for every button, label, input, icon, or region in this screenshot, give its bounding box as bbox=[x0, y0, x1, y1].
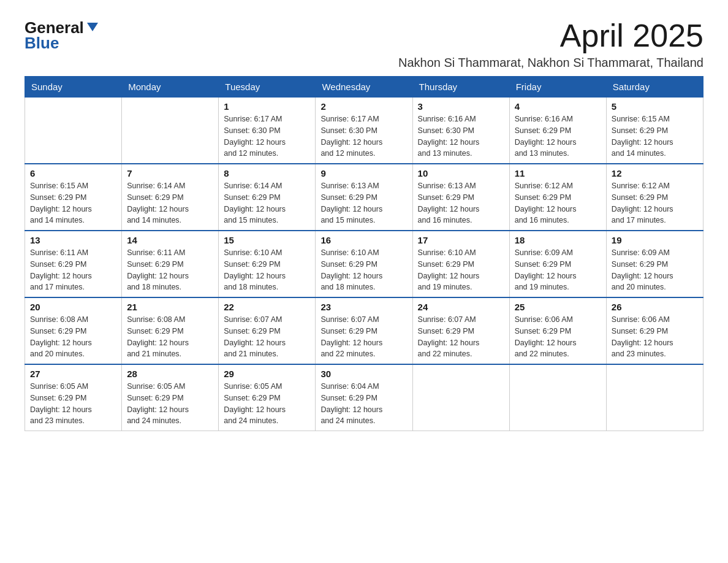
day-info: Sunrise: 6:05 AMSunset: 6:29 PMDaylight:… bbox=[127, 381, 213, 427]
day-info: Sunrise: 6:08 AMSunset: 6:29 PMDaylight:… bbox=[127, 314, 213, 360]
day-info: Sunrise: 6:10 AMSunset: 6:29 PMDaylight:… bbox=[224, 247, 310, 293]
day-number: 3 bbox=[418, 101, 504, 112]
day-number: 29 bbox=[224, 369, 310, 379]
calendar-cell bbox=[509, 364, 606, 431]
calendar-cell bbox=[122, 98, 219, 164]
day-info: Sunrise: 6:11 AMSunset: 6:29 PMDaylight:… bbox=[127, 247, 213, 293]
day-number: 8 bbox=[224, 168, 310, 178]
title-area: April 2025 Nakhon Si Thammarat, Nakhon S… bbox=[398, 18, 703, 70]
calendar-cell bbox=[606, 364, 703, 431]
logo: General Blue bbox=[25, 18, 98, 53]
calendar-cell: 20Sunrise: 6:08 AMSunset: 6:29 PMDayligh… bbox=[25, 297, 122, 364]
day-number: 7 bbox=[127, 168, 213, 178]
calendar-cell bbox=[25, 98, 122, 164]
day-number: 5 bbox=[612, 101, 698, 112]
day-number: 11 bbox=[515, 168, 601, 178]
day-number: 16 bbox=[320, 235, 407, 245]
day-number: 19 bbox=[612, 235, 698, 245]
calendar-cell: 26Sunrise: 6:06 AMSunset: 6:29 PMDayligh… bbox=[606, 297, 703, 364]
calendar-week-row: 20Sunrise: 6:08 AMSunset: 6:29 PMDayligh… bbox=[25, 297, 703, 364]
calendar-cell: 25Sunrise: 6:06 AMSunset: 6:29 PMDayligh… bbox=[509, 297, 606, 364]
day-info: Sunrise: 6:07 AMSunset: 6:29 PMDaylight:… bbox=[320, 314, 407, 360]
day-number: 15 bbox=[224, 235, 310, 245]
calendar-header-sunday: Sunday bbox=[25, 77, 122, 98]
day-info: Sunrise: 6:07 AMSunset: 6:29 PMDaylight:… bbox=[418, 314, 504, 360]
calendar-week-row: 6Sunrise: 6:15 AMSunset: 6:29 PMDaylight… bbox=[25, 164, 703, 231]
header: General Blue April 2025 Nakhon Si Thamma… bbox=[25, 18, 703, 70]
day-number: 10 bbox=[418, 168, 504, 178]
location-title: Nakhon Si Thammarat, Nakhon Si Thammarat… bbox=[398, 56, 703, 70]
day-number: 23 bbox=[320, 302, 407, 312]
calendar-cell: 27Sunrise: 6:05 AMSunset: 6:29 PMDayligh… bbox=[25, 364, 122, 431]
day-number: 27 bbox=[30, 369, 116, 379]
day-info: Sunrise: 6:14 AMSunset: 6:29 PMDaylight:… bbox=[224, 180, 310, 226]
day-number: 26 bbox=[612, 302, 698, 312]
calendar-cell: 12Sunrise: 6:12 AMSunset: 6:29 PMDayligh… bbox=[606, 164, 703, 231]
calendar-cell: 28Sunrise: 6:05 AMSunset: 6:29 PMDayligh… bbox=[122, 364, 219, 431]
day-info: Sunrise: 6:17 AMSunset: 6:30 PMDaylight:… bbox=[320, 113, 407, 159]
calendar-cell: 17Sunrise: 6:10 AMSunset: 6:29 PMDayligh… bbox=[412, 231, 509, 297]
logo-arrow-icon bbox=[87, 23, 98, 31]
calendar-cell: 30Sunrise: 6:04 AMSunset: 6:29 PMDayligh… bbox=[316, 364, 412, 431]
calendar-cell: 1Sunrise: 6:17 AMSunset: 6:30 PMDaylight… bbox=[219, 98, 316, 164]
day-number: 1 bbox=[224, 101, 310, 112]
calendar-cell: 8Sunrise: 6:14 AMSunset: 6:29 PMDaylight… bbox=[219, 164, 316, 231]
calendar-header-row: SundayMondayTuesdayWednesdayThursdayFrid… bbox=[25, 77, 703, 98]
day-number: 21 bbox=[127, 302, 213, 312]
day-number: 13 bbox=[30, 235, 116, 245]
day-info: Sunrise: 6:12 AMSunset: 6:29 PMDaylight:… bbox=[515, 180, 601, 226]
calendar-week-row: 27Sunrise: 6:05 AMSunset: 6:29 PMDayligh… bbox=[25, 364, 703, 431]
day-info: Sunrise: 6:16 AMSunset: 6:30 PMDaylight:… bbox=[418, 113, 504, 159]
calendar-cell: 24Sunrise: 6:07 AMSunset: 6:29 PMDayligh… bbox=[412, 297, 509, 364]
calendar-cell: 14Sunrise: 6:11 AMSunset: 6:29 PMDayligh… bbox=[122, 231, 219, 297]
day-info: Sunrise: 6:13 AMSunset: 6:29 PMDaylight:… bbox=[320, 180, 407, 226]
calendar-cell bbox=[412, 364, 509, 431]
calendar-cell: 15Sunrise: 6:10 AMSunset: 6:29 PMDayligh… bbox=[219, 231, 316, 297]
calendar-cell: 5Sunrise: 6:15 AMSunset: 6:29 PMDaylight… bbox=[606, 98, 703, 164]
month-title: April 2025 bbox=[398, 18, 703, 53]
day-number: 17 bbox=[418, 235, 504, 245]
day-info: Sunrise: 6:17 AMSunset: 6:30 PMDaylight:… bbox=[224, 113, 310, 159]
day-info: Sunrise: 6:07 AMSunset: 6:29 PMDaylight:… bbox=[224, 314, 310, 360]
calendar-cell: 9Sunrise: 6:13 AMSunset: 6:29 PMDaylight… bbox=[316, 164, 412, 231]
day-number: 22 bbox=[224, 302, 310, 312]
day-number: 2 bbox=[320, 101, 407, 112]
day-number: 6 bbox=[30, 168, 116, 178]
calendar-week-row: 13Sunrise: 6:11 AMSunset: 6:29 PMDayligh… bbox=[25, 231, 703, 297]
day-info: Sunrise: 6:16 AMSunset: 6:29 PMDaylight:… bbox=[515, 113, 601, 159]
day-info: Sunrise: 6:15 AMSunset: 6:29 PMDaylight:… bbox=[612, 113, 698, 159]
day-number: 24 bbox=[418, 302, 504, 312]
day-info: Sunrise: 6:08 AMSunset: 6:29 PMDaylight:… bbox=[30, 314, 116, 360]
day-number: 14 bbox=[127, 235, 213, 245]
calendar-cell: 13Sunrise: 6:11 AMSunset: 6:29 PMDayligh… bbox=[25, 231, 122, 297]
day-info: Sunrise: 6:05 AMSunset: 6:29 PMDaylight:… bbox=[224, 381, 310, 427]
calendar-cell: 19Sunrise: 6:09 AMSunset: 6:29 PMDayligh… bbox=[606, 231, 703, 297]
day-info: Sunrise: 6:10 AMSunset: 6:29 PMDaylight:… bbox=[320, 247, 407, 293]
calendar-cell: 6Sunrise: 6:15 AMSunset: 6:29 PMDaylight… bbox=[25, 164, 122, 231]
calendar-header-saturday: Saturday bbox=[606, 77, 703, 98]
calendar-header-wednesday: Wednesday bbox=[316, 77, 412, 98]
calendar-header-tuesday: Tuesday bbox=[219, 77, 316, 98]
calendar-header-thursday: Thursday bbox=[412, 77, 509, 98]
calendar-cell: 4Sunrise: 6:16 AMSunset: 6:29 PMDaylight… bbox=[509, 98, 606, 164]
day-info: Sunrise: 6:11 AMSunset: 6:29 PMDaylight:… bbox=[30, 247, 116, 293]
day-number: 28 bbox=[127, 369, 213, 379]
calendar-cell: 18Sunrise: 6:09 AMSunset: 6:29 PMDayligh… bbox=[509, 231, 606, 297]
calendar-cell: 3Sunrise: 6:16 AMSunset: 6:30 PMDaylight… bbox=[412, 98, 509, 164]
day-number: 20 bbox=[30, 302, 116, 312]
calendar-cell: 23Sunrise: 6:07 AMSunset: 6:29 PMDayligh… bbox=[316, 297, 412, 364]
day-number: 30 bbox=[320, 369, 407, 379]
day-info: Sunrise: 6:13 AMSunset: 6:29 PMDaylight:… bbox=[418, 180, 504, 226]
day-number: 4 bbox=[515, 101, 601, 112]
calendar-cell: 2Sunrise: 6:17 AMSunset: 6:30 PMDaylight… bbox=[316, 98, 412, 164]
logo-blue-text: Blue bbox=[25, 34, 98, 53]
day-info: Sunrise: 6:06 AMSunset: 6:29 PMDaylight:… bbox=[515, 314, 601, 360]
calendar-cell: 11Sunrise: 6:12 AMSunset: 6:29 PMDayligh… bbox=[509, 164, 606, 231]
calendar-cell: 7Sunrise: 6:14 AMSunset: 6:29 PMDaylight… bbox=[122, 164, 219, 231]
calendar-cell: 29Sunrise: 6:05 AMSunset: 6:29 PMDayligh… bbox=[219, 364, 316, 431]
day-info: Sunrise: 6:12 AMSunset: 6:29 PMDaylight:… bbox=[612, 180, 698, 226]
calendar-cell: 22Sunrise: 6:07 AMSunset: 6:29 PMDayligh… bbox=[219, 297, 316, 364]
day-info: Sunrise: 6:15 AMSunset: 6:29 PMDaylight:… bbox=[30, 180, 116, 226]
day-info: Sunrise: 6:06 AMSunset: 6:29 PMDaylight:… bbox=[612, 314, 698, 360]
calendar-header-monday: Monday bbox=[122, 77, 219, 98]
